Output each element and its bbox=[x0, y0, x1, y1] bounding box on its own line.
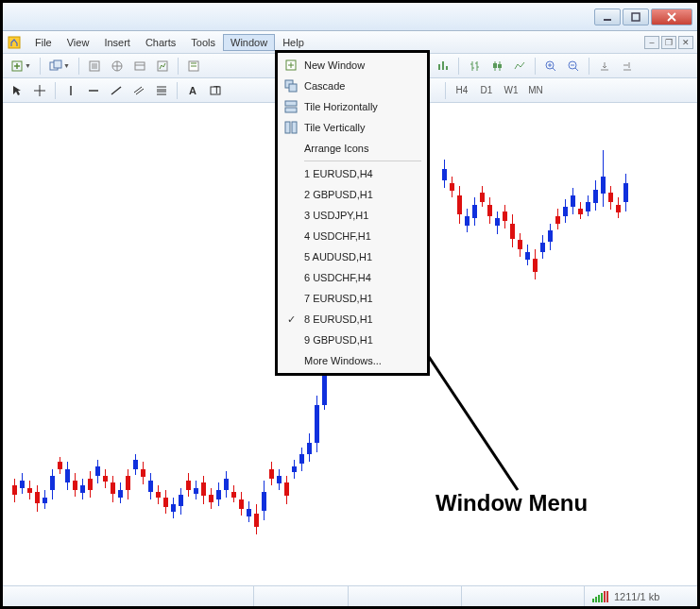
candlestick-button[interactable] bbox=[487, 57, 507, 76]
terminal-button[interactable] bbox=[129, 57, 150, 76]
menu-label: 1 EURUSD,H4 bbox=[304, 168, 373, 179]
menu-window-2[interactable]: 2 GBPUSD,H1 bbox=[280, 184, 425, 205]
menu-view[interactable]: View bbox=[60, 34, 97, 51]
menu-charts[interactable]: Charts bbox=[138, 34, 183, 51]
menu-window[interactable]: Window bbox=[223, 34, 275, 51]
svg-rect-22 bbox=[285, 122, 290, 133]
menu-file[interactable]: File bbox=[27, 34, 60, 51]
fibonacci-button[interactable] bbox=[151, 81, 172, 100]
menu-label: Cascade bbox=[304, 80, 345, 92]
menu-window-4[interactable]: 4 USDCHF,H1 bbox=[280, 226, 425, 246]
timeframe-mn-button[interactable]: MN bbox=[524, 82, 547, 99]
crosshair-button[interactable] bbox=[29, 81, 50, 100]
menu-label: 9 GBPUSD,H1 bbox=[304, 334, 373, 346]
equidistant-channel-button[interactable] bbox=[128, 81, 149, 100]
menu-cascade[interactable]: Cascade bbox=[280, 76, 425, 96]
svg-text:T: T bbox=[213, 84, 220, 95]
menu-window-9[interactable]: 9 GBPUSD,H1 bbox=[280, 330, 425, 350]
menu-arrange-icons[interactable]: Arrange Icons bbox=[280, 138, 425, 159]
svg-rect-19 bbox=[289, 84, 297, 92]
market-watch-button[interactable] bbox=[84, 57, 105, 76]
status-cell-1 bbox=[253, 586, 348, 606]
timeframe-w1-button[interactable]: W1 bbox=[500, 82, 522, 99]
vertical-line-button[interactable] bbox=[60, 81, 81, 100]
menu-separator bbox=[304, 161, 421, 161]
menu-window-6[interactable]: 6 USDCHF,H4 bbox=[280, 267, 425, 288]
menu-label: New Window bbox=[304, 59, 365, 71]
new-order-button[interactable] bbox=[183, 57, 204, 76]
menu-tools[interactable]: Tools bbox=[183, 34, 223, 51]
close-button[interactable] bbox=[651, 8, 692, 25]
status-cell-3 bbox=[461, 586, 584, 606]
minimize-button[interactable] bbox=[594, 8, 621, 25]
menu-label: 6 USDCHF,H4 bbox=[304, 272, 371, 283]
svg-rect-1 bbox=[632, 13, 640, 21]
menu-label: 2 GBPUSD,H1 bbox=[304, 189, 373, 200]
menu-window-3[interactable]: 3 USDJPY,H1 bbox=[280, 205, 425, 226]
window-menu-dropdown: New Window Cascade Tile Horizontally Til… bbox=[275, 50, 430, 376]
bar-chart-button[interactable] bbox=[464, 57, 485, 76]
menu-tile-horizontally[interactable]: Tile Horizontally bbox=[280, 96, 425, 117]
menu-window-5[interactable]: 5 AUDUSD,H1 bbox=[280, 246, 425, 267]
timeframe-h4-button[interactable]: H4 bbox=[451, 82, 473, 99]
svg-rect-20 bbox=[285, 101, 297, 106]
mdi-close-button[interactable]: ✕ bbox=[678, 36, 693, 49]
svg-rect-2 bbox=[9, 37, 20, 48]
text-button[interactable]: A bbox=[182, 81, 203, 100]
check-icon: ✓ bbox=[287, 313, 296, 326]
svg-rect-12 bbox=[498, 64, 502, 68]
menu-new-window[interactable]: New Window bbox=[280, 55, 425, 76]
app-icon bbox=[7, 35, 22, 50]
navigator-button[interactable] bbox=[107, 57, 128, 76]
profiles-button[interactable]: ▼ bbox=[45, 57, 74, 76]
menu-window-1[interactable]: 1 EURUSD,H4 bbox=[280, 163, 425, 184]
menu-tile-vertically[interactable]: Tile Vertically bbox=[280, 117, 425, 138]
svg-rect-8 bbox=[135, 62, 145, 70]
svg-rect-11 bbox=[493, 63, 497, 68]
menu-label: 8 EURUSD,H1 bbox=[304, 313, 373, 325]
menu-more-windows[interactable]: More Windows... bbox=[280, 350, 425, 371]
cursor-button[interactable] bbox=[7, 81, 27, 100]
line-chart-button[interactable] bbox=[509, 57, 530, 76]
svg-rect-5 bbox=[54, 60, 61, 68]
mdi-minimize-button[interactable]: – bbox=[644, 36, 659, 49]
maximize-button[interactable] bbox=[623, 8, 649, 25]
annotation-text: Window Menu bbox=[435, 490, 588, 516]
menu-label: More Windows... bbox=[304, 355, 382, 366]
trendline-button[interactable] bbox=[106, 81, 127, 100]
titlebar bbox=[3, 3, 697, 31]
menu-label: 5 AUDUSD,H1 bbox=[304, 251, 372, 262]
new-chart-button[interactable]: ▼ bbox=[7, 57, 35, 76]
menu-label: Tile Vertically bbox=[304, 122, 365, 133]
chart-shift-button[interactable] bbox=[617, 57, 638, 76]
zoom-in-button[interactable] bbox=[540, 57, 561, 76]
menu-window-8[interactable]: ✓8 EURUSD,H1 bbox=[280, 309, 425, 330]
strategy-tester-button[interactable] bbox=[152, 57, 173, 76]
svg-rect-21 bbox=[285, 108, 297, 112]
zoom-out-button[interactable] bbox=[563, 57, 584, 76]
menu-label: Tile Horizontally bbox=[304, 101, 378, 112]
status-cell-2 bbox=[348, 586, 461, 606]
cascade-icon bbox=[283, 78, 299, 93]
svg-line-24 bbox=[423, 348, 518, 490]
status-help bbox=[3, 586, 253, 606]
connection-bars-icon bbox=[592, 591, 608, 602]
menu-window-7[interactable]: 7 EURUSD,H1 bbox=[280, 288, 425, 309]
svg-rect-0 bbox=[604, 19, 611, 21]
menu-label: 7 EURUSD,H1 bbox=[304, 293, 373, 304]
menu-label: 4 USDCHF,H1 bbox=[304, 230, 371, 242]
text-label-button[interactable]: T bbox=[205, 81, 226, 100]
menu-label: Arrange Icons bbox=[304, 143, 368, 154]
timeframe-d1-button[interactable]: D1 bbox=[475, 82, 498, 99]
horizontal-line-button[interactable] bbox=[83, 81, 104, 100]
menu-label: 3 USDJPY,H1 bbox=[304, 210, 368, 221]
tile-vertical-icon bbox=[283, 120, 299, 135]
periodicity-button[interactable] bbox=[433, 57, 453, 76]
status-connection: 1211/1 kb bbox=[584, 586, 697, 606]
new-window-icon bbox=[283, 58, 299, 73]
auto-scroll-button[interactable] bbox=[594, 57, 615, 76]
statusbar: 1211/1 kb bbox=[3, 585, 697, 606]
menu-insert[interactable]: Insert bbox=[96, 34, 138, 51]
mdi-restore-button[interactable]: ❐ bbox=[661, 36, 676, 49]
menu-help[interactable]: Help bbox=[275, 34, 312, 51]
